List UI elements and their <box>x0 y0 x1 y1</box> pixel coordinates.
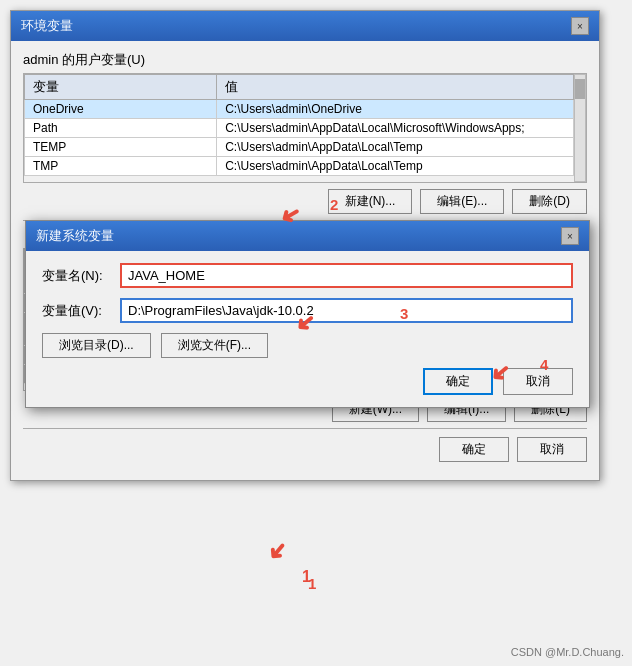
new-var-title: 新建系统变量 <box>36 227 114 245</box>
close-btn[interactable]: × <box>571 17 589 35</box>
arrow-label-1: 1 <box>302 568 311 586</box>
user-col-val: 值 <box>217 75 574 100</box>
user-row-val: C:\Users\admin\AppData\Local\Microsoft\W… <box>217 119 574 138</box>
user-vars-wrapper: 变量 值 OneDrive C:\Users\admin\OneDrive Pa… <box>23 73 587 183</box>
table-row[interactable]: OneDrive C:\Users\admin\OneDrive <box>25 100 574 119</box>
name-label: 变量名(N): <box>42 267 112 285</box>
user-row-val: C:\Users\admin\AppData\Local\Temp <box>217 138 574 157</box>
value-form-row: 变量值(V): <box>42 298 573 323</box>
watermark: CSDN @Mr.D.Chuang. <box>511 646 624 658</box>
user-table-scrollbar[interactable] <box>574 74 586 182</box>
user-new-btn[interactable]: 新建(N)... <box>328 189 413 214</box>
value-input[interactable] <box>120 298 573 323</box>
main-ok-btn[interactable]: 确定 <box>439 437 509 462</box>
scrollbar-thumb <box>575 79 585 99</box>
name-input[interactable] <box>120 263 573 288</box>
new-var-close-btn[interactable]: × <box>561 227 579 245</box>
user-section-label: admin 的用户变量(U) <box>23 51 587 69</box>
new-var-ok-btn[interactable]: 确定 <box>423 368 493 395</box>
new-var-browse-row: 浏览目录(D)... 浏览文件(F)... <box>42 333 573 358</box>
user-col-var: 变量 <box>25 75 217 100</box>
env-dialog-titlebar: 环境变量 × <box>11 11 599 41</box>
user-row-val: C:\Users\admin\AppData\Local\Temp <box>217 157 574 176</box>
user-delete-btn[interactable]: 删除(D) <box>512 189 587 214</box>
new-var-body: 变量名(N): 变量值(V): 浏览目录(D)... 浏览文件(F)... 确定… <box>26 251 589 407</box>
new-var-cancel-btn[interactable]: 取消 <box>503 368 573 395</box>
footer-divider <box>23 428 587 429</box>
user-row-var: OneDrive <box>25 100 217 119</box>
new-var-titlebar: 新建系统变量 × <box>26 221 589 251</box>
main-cancel-btn[interactable]: 取消 <box>517 437 587 462</box>
browse-dir-btn[interactable]: 浏览目录(D)... <box>42 333 151 358</box>
new-var-ok-row: 确定 取消 <box>42 368 573 395</box>
user-vars-table: 变量 值 OneDrive C:\Users\admin\OneDrive Pa… <box>24 74 574 176</box>
titlebar-buttons: × <box>571 17 589 35</box>
user-row-var: TMP <box>25 157 217 176</box>
browse-file-btn[interactable]: 浏览文件(F)... <box>161 333 268 358</box>
value-label: 变量值(V): <box>42 302 112 320</box>
user-row-var: Path <box>25 119 217 138</box>
user-btn-row: 新建(N)... 编辑(E)... 删除(D) <box>23 189 587 214</box>
table-row[interactable]: Path C:\Users\admin\AppData\Local\Micros… <box>25 119 574 138</box>
user-edit-btn[interactable]: 编辑(E)... <box>420 189 504 214</box>
footer-btn-row: 确定 取消 <box>23 437 587 470</box>
arrow-num-1: 1 <box>308 575 316 592</box>
env-dialog-title: 环境变量 <box>21 17 73 35</box>
user-row-val: C:\Users\admin\OneDrive <box>217 100 574 119</box>
name-form-row: 变量名(N): <box>42 263 573 288</box>
table-row[interactable]: TMP C:\Users\admin\AppData\Local\Temp <box>25 157 574 176</box>
user-row-var: TEMP <box>25 138 217 157</box>
table-row[interactable]: TEMP C:\Users\admin\AppData\Local\Temp <box>25 138 574 157</box>
new-var-dialog: 新建系统变量 × 变量名(N): 变量值(V): 浏览目录(D)... 浏览文件… <box>25 220 590 408</box>
arrow-1: ➜ <box>261 535 295 568</box>
